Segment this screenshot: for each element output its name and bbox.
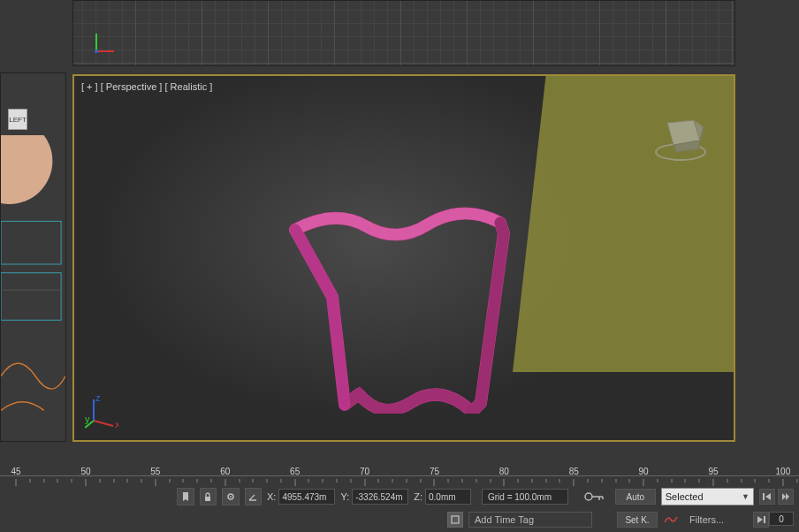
goto-end-icon[interactable] bbox=[753, 512, 769, 528]
svg-rect-28 bbox=[452, 516, 459, 523]
chevron-down-icon: ▼ bbox=[742, 492, 750, 501]
timeline-tick: 80 bbox=[499, 467, 509, 476]
viewport-shading-menu[interactable]: [ Realistic ] bbox=[164, 81, 212, 92]
add-time-tag-button[interactable]: Add Time Tag bbox=[468, 512, 592, 528]
coord-y-label: Y: bbox=[340, 491, 349, 502]
prev-key-icon[interactable] bbox=[759, 489, 775, 505]
key-filter-selected: Selected bbox=[666, 491, 704, 502]
svg-text:y: y bbox=[85, 414, 90, 424]
svg-rect-4 bbox=[1, 221, 61, 264]
svg-point-3 bbox=[1, 135, 52, 204]
svg-marker-27 bbox=[786, 493, 789, 500]
coord-x-input[interactable] bbox=[278, 489, 335, 505]
status-bar-row-1: X: Y: Z: Grid = 100.0mm Auto Selected ▼ bbox=[0, 486, 799, 507]
svg-point-19 bbox=[230, 496, 232, 498]
left-viewport[interactable]: LEFT bbox=[0, 72, 66, 442]
coord-x-label: X: bbox=[267, 491, 276, 502]
svg-marker-25 bbox=[765, 493, 771, 500]
timeline-tick: 70 bbox=[360, 467, 369, 476]
grid-readout: Grid = 100.0mm bbox=[482, 489, 568, 505]
snap-angle-icon[interactable] bbox=[245, 488, 263, 505]
status-bar-row-2: Add Time Tag Set K. Filters... bbox=[0, 509, 799, 530]
svg-rect-30 bbox=[764, 516, 765, 523]
timeline-tick: 85 bbox=[569, 467, 579, 476]
timeline[interactable]: 4550556065707580859095100 bbox=[0, 451, 799, 484]
svg-marker-26 bbox=[782, 493, 786, 500]
svg-rect-24 bbox=[763, 493, 765, 500]
curve-icon[interactable] bbox=[663, 512, 679, 528]
svg-text:z: z bbox=[95, 396, 101, 403]
viewcube[interactable] bbox=[645, 101, 716, 171]
key-icon[interactable] bbox=[582, 489, 606, 505]
bookmark-icon[interactable] bbox=[177, 488, 194, 505]
perspective-viewport[interactable]: [ + ] [ Perspective ] [ Realistic ] x y … bbox=[72, 74, 735, 442]
lock-icon[interactable] bbox=[200, 488, 217, 505]
viewport-maximize-toggle[interactable]: [ + ] bbox=[81, 81, 98, 92]
viewport-view-menu[interactable]: [ Perspective ] bbox=[101, 81, 163, 92]
svg-point-20 bbox=[585, 493, 592, 500]
time-ruler[interactable]: 4550556065707580859095100 bbox=[0, 467, 799, 483]
svg-rect-5 bbox=[1, 273, 61, 321]
coord-z-input[interactable] bbox=[425, 489, 471, 505]
timeline-tick: 75 bbox=[430, 467, 439, 476]
timeline-tick: 50 bbox=[80, 467, 90, 476]
auto-key-button[interactable]: Auto bbox=[615, 489, 656, 505]
svg-rect-17 bbox=[205, 497, 210, 501]
timeline-tick: 60 bbox=[220, 467, 230, 476]
axis-gizmo-perspective: x y z bbox=[85, 396, 118, 429]
coord-z-label: Z: bbox=[414, 491, 422, 502]
extruded-spline-object[interactable] bbox=[286, 148, 516, 414]
svg-text:x: x bbox=[115, 419, 118, 429]
tag-icon[interactable] bbox=[447, 512, 463, 528]
svg-point-2 bbox=[95, 49, 98, 53]
coord-y-input[interactable] bbox=[352, 489, 408, 505]
key-filter-dropdown[interactable]: Selected ▼ bbox=[661, 488, 754, 505]
timeline-tick: 95 bbox=[708, 467, 718, 476]
timeline-tick: 65 bbox=[290, 467, 300, 476]
next-key-icon[interactable] bbox=[778, 489, 794, 505]
current-frame-input[interactable] bbox=[769, 512, 794, 526]
svg-line-11 bbox=[94, 421, 113, 426]
snap-icon[interactable] bbox=[222, 488, 240, 505]
left-viewport-label: LEFT bbox=[8, 109, 27, 130]
timeline-tick: 90 bbox=[639, 467, 649, 476]
viewport-label-bar[interactable]: [ + ] [ Perspective ] [ Realistic ] bbox=[81, 81, 212, 92]
key-filters-button[interactable]: Filters... bbox=[689, 514, 730, 525]
top-viewport[interactable] bbox=[72, 0, 735, 66]
timeline-tick: 45 bbox=[11, 467, 21, 476]
axis-gizmo-top bbox=[91, 30, 118, 57]
set-key-button[interactable]: Set K. bbox=[617, 512, 658, 528]
timeline-tick: 55 bbox=[150, 467, 160, 476]
timeline-tick: 100 bbox=[776, 467, 791, 476]
left-viewport-content bbox=[1, 135, 65, 435]
svg-marker-29 bbox=[757, 516, 763, 523]
